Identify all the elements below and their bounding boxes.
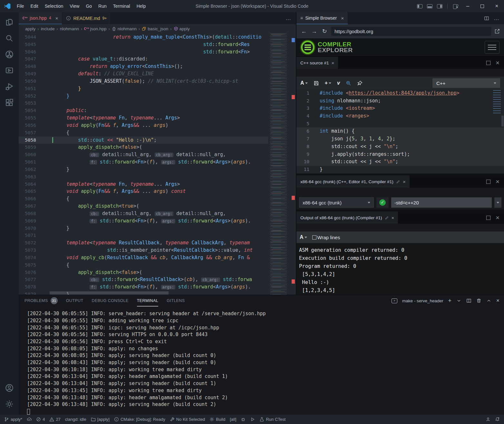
pin-icon[interactable] [357,80,363,86]
breadcrumb-item-json.hpp[interactable]: C++json.hpp [84,26,106,31]
vim-mode-icon[interactable]: v [337,80,340,86]
status-bug[interactable] [238,415,248,424]
menu-run[interactable]: Run [95,0,110,12]
maximize-pane-icon[interactable] [486,180,490,184]
breadcrumb-item-nlohmann[interactable]: nlohmann [60,26,79,31]
breadcrumb-item-nlohmann[interactable]: {}nlohmann [112,26,137,31]
close-button[interactable]: × [489,0,504,12]
panel-tab-output[interactable]: OUTPUT [66,295,83,306]
maximize-pane-icon[interactable] [486,61,490,65]
toggle-primary-sidebar-icon[interactable] [417,4,422,8]
horizontal-scrollbar[interactable] [50,291,268,295]
wrap-lines-checkbox[interactable]: Wrap lines [312,235,340,240]
breadcrumb-item-apply[interactable]: apply [174,26,190,31]
more-actions-icon[interactable]: … [286,15,291,22]
sidebar-item-explorer[interactable] [2,14,17,30]
terminal-content[interactable]: [2022-04-30 06:05:55] INFO: serve_header… [19,306,504,415]
customize-layout-icon[interactable] [452,4,458,8]
sidebar-item-extensions[interactable] [2,95,17,111]
code-editor[interactable]: 5044 return apply_make_tuple<ConstThis>(… [19,33,296,295]
status--all-[interactable]: [all] [228,415,238,424]
minimap[interactable] [268,33,291,295]
ce-source-editor[interactable]: 1#include <https://localhost:8443/apply/… [296,90,504,174]
sidebar-item-cmake-tools[interactable] [2,62,17,79]
status-build[interactable]: Build [207,415,228,424]
status-run-ctest[interactable]: Run CTest [257,415,288,424]
close-tab-icon[interactable]: × [55,15,58,21]
tab-simple-browser[interactable]: ≡ Simple Browser × [296,12,348,24]
status-apply-[interactable]: apply* [2,415,24,424]
hamburger-menu-icon[interactable] [485,41,499,54]
breadcrumb-item-include[interactable]: include [41,26,55,31]
overview-ruler[interactable] [291,33,296,295]
close-pane-icon[interactable]: × [496,214,499,221]
status-cloud-up[interactable] [24,415,34,424]
toggle-panel-icon[interactable] [427,4,432,8]
status--apply-[interactable]: [apply] [89,415,112,424]
close-pane-icon[interactable]: × [496,59,499,67]
font-size-button[interactable]: A [300,80,308,86]
status-play[interactable] [248,415,257,424]
maximize-button[interactable] [475,0,489,12]
menu-help[interactable]: Help [133,0,149,12]
url-input[interactable]: https://godbolt.org [331,27,491,36]
forward-icon[interactable]: → [311,28,318,35]
close-panel-icon[interactable]: × [496,297,499,304]
close-pane-icon[interactable]: × [392,215,394,221]
close-pane-icon[interactable]: × [496,178,499,185]
panel-tab-gitlens[interactable]: GITLENS [167,295,185,306]
status-feedback[interactable] [483,417,493,422]
compiler-select[interactable]: x86-64 gcc (trunk) [299,197,374,208]
ce-compiler-tab[interactable]: x86-64 gcc (trunk) (C++, Editor #1, Comp… [296,175,410,188]
kill-terminal-icon[interactable] [476,298,481,303]
status-4[interactable]: 4 [34,415,47,424]
zoom-icon[interactable] [346,80,351,86]
panel-tab-debug-console[interactable]: DEBUG CONSOLE [92,295,128,306]
tab-README.md[interactable]: README.md9+ [62,12,111,24]
compile-status-button[interactable]: ✓ [376,197,389,208]
more-actions-icon[interactable]: … [494,15,499,22]
split-terminal-icon[interactable] [466,298,471,303]
menu-view[interactable]: View [66,0,82,12]
open-external-icon[interactable] [494,28,500,34]
page-scrollbar-thumb[interactable] [501,116,504,127]
breadcrumb-item-apply[interactable]: apply [25,26,35,31]
new-terminal-icon[interactable]: + [448,297,452,304]
save-icon[interactable] [314,80,319,86]
status-bell[interactable] [493,417,502,422]
tab-json.hpp[interactable]: C++json.hpp4× [19,12,62,24]
rename-pane-icon[interactable] [396,180,400,184]
code-lines[interactable]: 5044 return apply_make_tuple<ConstThis>(… [19,33,268,295]
toggle-secondary-sidebar-icon[interactable] [437,4,442,8]
status-27[interactable]: 27 [47,415,63,424]
menu-terminal[interactable]: Terminal [110,0,133,12]
menu-go[interactable]: Go [82,0,95,12]
scrollbar-thumb[interactable] [50,291,169,295]
sidebar-item-accounts[interactable] [2,380,17,396]
status-no-kit-selected[interactable]: No Kit Selected [168,415,208,424]
close-tab-icon[interactable]: × [341,15,344,21]
maximize-panel-icon[interactable] [486,298,491,303]
add-pane-button[interactable]: + [325,80,331,86]
menu-selection[interactable]: Selection [42,0,67,12]
reload-icon[interactable]: ↻ [321,28,328,35]
status-clangd-idle[interactable]: clangd: idle [63,415,89,424]
sidebar-item-source-control[interactable] [2,46,17,62]
terminal-title[interactable]: make - serve_header [402,298,443,303]
font-size-button[interactable]: A [300,234,307,240]
language-select[interactable]: C++ [432,78,500,88]
maximize-pane-icon[interactable] [486,216,490,220]
sidebar-item-search[interactable] [2,30,17,46]
terminal-dropdown-icon[interactable] [456,298,461,303]
status-cmake-debug-ready[interactable]: CMake: [Debug]: Ready [112,415,168,424]
sidebar-item-run-and-debug[interactable] [2,79,17,95]
breadcrumb-item-basic_json[interactable]: basic_json [142,26,168,31]
panel-tab-problems[interactable]: PROBLEMS31 [24,295,58,306]
back-icon[interactable]: ← [300,28,307,35]
compiler-flags-input[interactable]: -std=c++20 [391,197,492,208]
flags-dropdown-button[interactable] [494,197,501,208]
close-pane-icon[interactable]: × [403,179,406,184]
close-pane-icon[interactable]: × [332,60,334,66]
menu-edit[interactable]: Edit [27,0,42,12]
ce-source-tab[interactable]: C++ source #1 × [296,57,338,69]
